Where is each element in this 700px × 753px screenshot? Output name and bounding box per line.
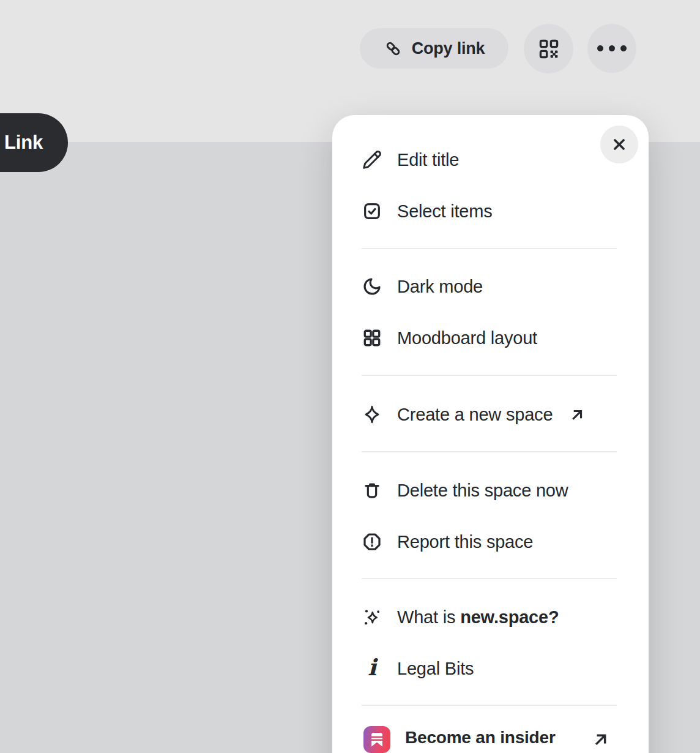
link-toast-text: d Link <box>0 132 43 154</box>
qr-code-button[interactable] <box>524 24 573 73</box>
sparkle-dots-icon <box>362 607 382 628</box>
menu-item-dark-mode[interactable]: Dark mode <box>332 261 649 312</box>
copy-link-label: Copy link <box>412 39 485 58</box>
report-octagon-icon <box>362 531 382 552</box>
divider <box>362 705 617 706</box>
menu-item-select-items[interactable]: Select items <box>332 185 649 237</box>
grid-icon <box>362 328 382 348</box>
trash-icon <box>362 480 382 501</box>
link-icon <box>384 39 403 58</box>
menu-item-become-insider[interactable]: Become an insider Subscribe for beta app… <box>332 726 649 753</box>
pencil-icon <box>362 149 382 170</box>
menu-item-label: Delete this space now <box>397 481 568 501</box>
sparkle-icon <box>362 404 382 425</box>
external-link-arrow-icon <box>568 406 586 424</box>
menu-item-label: Moodboard layout <box>397 328 537 348</box>
divider <box>362 578 617 579</box>
menu-item-label: Create a new space <box>397 405 553 425</box>
menu-item-label: What is new.space? <box>397 607 559 628</box>
menu-item-edit-title[interactable]: Edit title <box>332 134 649 185</box>
divider <box>362 248 617 249</box>
more-options-button[interactable] <box>587 24 636 73</box>
qr-code-icon <box>538 38 560 60</box>
external-link-arrow-icon <box>591 730 611 749</box>
menu-item-label: Select items <box>397 201 493 222</box>
insider-bookmark-icon <box>363 726 390 753</box>
divider <box>362 451 617 452</box>
menu-item-moodboard-layout[interactable]: Moodboard layout <box>332 312 649 364</box>
menu-item-label: Edit title <box>397 150 459 170</box>
menu-item-legal-bits[interactable]: i Legal Bits <box>332 643 649 694</box>
info-italic-i-icon: i <box>362 658 382 679</box>
moon-icon <box>362 276 382 297</box>
menu-item-report-space[interactable]: Report this space <box>332 516 649 568</box>
link-toast: d Link <box>0 113 68 172</box>
menu-item-label: Report this space <box>397 532 533 552</box>
menu-item-label: Dark mode <box>397 277 483 297</box>
ellipsis-icon <box>597 45 603 51</box>
copy-link-button[interactable]: Copy link <box>360 28 508 69</box>
menu-item-label: Legal Bits <box>397 659 474 679</box>
menu-item-create-new-space[interactable]: Create a new space <box>332 389 649 440</box>
menu-item-delete-space[interactable]: Delete this space now <box>332 465 649 516</box>
menu-item-what-is-newspace[interactable]: What is new.space? <box>332 591 649 643</box>
divider <box>362 375 617 376</box>
options-menu-panel: Edit title Select items Dark mode <box>332 115 649 753</box>
insider-title: Become an insider <box>405 727 586 748</box>
checkbox-check-icon <box>362 201 382 222</box>
